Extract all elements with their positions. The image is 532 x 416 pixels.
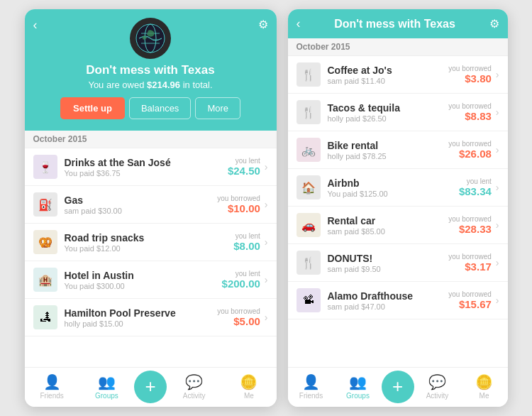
expense-icon: 🍷 [33, 155, 57, 179]
expense-sub: holly paid $26.50 [328, 114, 449, 123]
nav-icon: 👤 [43, 373, 61, 390]
expense-icon: ⛽ [33, 192, 57, 217]
expense-item[interactable]: 📽 Alamo Drafthouse sam paid $47.00 you b… [288, 282, 508, 319]
add-expense-button[interactable]: + [382, 371, 414, 403]
add-expense-button[interactable]: + [134, 371, 167, 403]
amount-label: you lent [459, 177, 492, 185]
chevron-right-icon: › [496, 144, 499, 155]
nav-item-activity[interactable]: 💬 Activity [167, 373, 221, 400]
expense-icon: 🏨 [33, 268, 57, 292]
bottom-nav-left: 👤 Friends 👥 Groups + 💬 Activity 🪙 Me [25, 367, 277, 407]
amount-value: $8.83 [448, 110, 492, 122]
amount-label: you lent [222, 270, 260, 278]
amount-label: you borrowed [448, 102, 492, 110]
nav-label: Friends [299, 392, 323, 400]
expense-item[interactable]: 🏨 Hotel in Austin You paid $300.00 you l… [25, 261, 277, 299]
nav-icon: 💬 [428, 373, 446, 390]
expense-details: DONUTS! sam paid $9.50 [328, 253, 449, 273]
expense-sub: You paid $300.00 [65, 282, 222, 290]
expense-sub: sam paid $85.00 [328, 227, 449, 236]
expense-icon: 🚲 [297, 138, 321, 162]
nav-item-groups[interactable]: 👥 Groups [79, 373, 134, 400]
amount-label: you borrowed [448, 253, 492, 261]
settle-up-button[interactable]: Settle up [60, 97, 125, 119]
expense-details: Rental car sam paid $85.00 [328, 215, 449, 236]
expense-item[interactable]: 🏠 Airbnb You paid $125.00 you lent $83.3… [288, 169, 508, 207]
back-button[interactable]: ‹ [33, 18, 38, 33]
nav-icon: 👥 [349, 373, 367, 390]
expense-details: Tacos & tequila holly paid $26.50 [328, 102, 449, 123]
nav-icon: 👥 [98, 373, 116, 390]
amount-value: $8.00 [233, 240, 260, 252]
expense-amount: you borrowed $15.67 [448, 290, 492, 310]
expense-details: Road trip snacks You paid $12.00 [65, 232, 234, 253]
nav-icon: 💬 [185, 373, 203, 390]
nav-item-activity[interactable]: 💬 Activity [414, 373, 461, 400]
nav-label: Me [480, 392, 489, 400]
expense-icon: 📽 [297, 288, 321, 312]
amount-label: you borrowed [448, 140, 492, 148]
expense-amount: you lent $8.00 [233, 232, 260, 252]
nav-item-groups[interactable]: 👥 Groups [335, 373, 382, 400]
expense-name: Road trip snacks [65, 232, 234, 243]
amount-value: $26.08 [448, 148, 492, 160]
expense-icon: 🍴 [297, 251, 321, 275]
expense-item[interactable]: 🚲 Bike rental holly paid $78.25 you borr… [288, 131, 508, 169]
expense-sub: sam paid $47.00 [328, 302, 449, 311]
balances-button[interactable]: Balances [129, 97, 191, 119]
settings-icon[interactable]: ⚙ [258, 18, 268, 31]
nav-item-me[interactable]: 🪙 Me [221, 373, 276, 400]
expense-item[interactable]: 🥨 Road trip snacks You paid $12.00 you l… [25, 224, 277, 261]
nav-label: Groups [346, 392, 370, 400]
expense-sub: holly paid $78.25 [328, 152, 449, 160]
chevron-right-icon: › [265, 199, 268, 210]
group-avatar [130, 18, 171, 59]
amount-value: $200.00 [222, 278, 260, 290]
amount-label: you lent [228, 157, 260, 165]
expense-icon: 🏞 [33, 305, 57, 329]
expense-item[interactable]: ⛽ Gas sam paid $30.00 you borrowed $10.0… [25, 186, 277, 224]
amount-value: $28.33 [448, 223, 492, 235]
expense-amount: you borrowed $3.80 [448, 65, 492, 84]
nav-label: Activity [426, 392, 449, 400]
nav-label: Me [244, 392, 254, 400]
amount-value: $3.80 [448, 72, 492, 84]
nav-icon: 👤 [302, 373, 320, 390]
chevron-right-icon: › [496, 182, 499, 193]
expense-amount: you borrowed $10.00 [217, 195, 260, 214]
expense-icon: 🍴 [297, 100, 321, 124]
nav-item-me[interactable]: 🪙 Me [461, 373, 508, 400]
left-phone-card: ‹ ⚙ Don't mess with Texas You are owed $… [25, 9, 277, 407]
expense-item[interactable]: 🍷 Drinks at the San José You paid $36.75… [25, 148, 277, 186]
expense-name: Coffee at Jo's [328, 65, 449, 76]
expense-name: Airbnb [328, 177, 459, 189]
right-settings-icon[interactable]: ⚙ [489, 17, 499, 31]
expense-icon: 🚗 [297, 213, 321, 237]
expense-item[interactable]: 🍴 Coffee at Jo's sam paid $11.40 you bor… [288, 56, 508, 94]
nav-item-friends[interactable]: 👤 Friends [25, 373, 79, 400]
amount-label: you borrowed [217, 307, 260, 315]
amount-value: $83.34 [459, 185, 492, 197]
expense-name: Rental car [328, 215, 449, 226]
nav-label: Groups [95, 392, 118, 400]
expense-amount: you borrowed $5.00 [217, 307, 260, 327]
amount-label: you borrowed [217, 195, 260, 202]
more-button[interactable]: More [195, 97, 240, 119]
expense-details: Hamilton Pool Preserve holly paid $15.00 [65, 307, 218, 328]
nav-item-friends[interactable]: 👤 Friends [288, 373, 335, 400]
header-buttons: Settle up Balances More [60, 97, 240, 119]
expense-amount: you borrowed $28.33 [448, 215, 492, 235]
expense-icon: 🥨 [33, 230, 57, 254]
amount-label: you borrowed [448, 290, 492, 298]
expense-item[interactable]: 🚗 Rental car sam paid $85.00 you borrowe… [288, 207, 508, 244]
group-title: Don't mess with Texas [86, 63, 214, 77]
plus-icon: + [145, 376, 155, 398]
expense-details: Coffee at Jo's sam paid $11.40 [328, 65, 449, 85]
expense-sub: sam paid $9.50 [328, 265, 449, 273]
expense-item[interactable]: 🏞 Hamilton Pool Preserve holly paid $15.… [25, 299, 277, 336]
nav-label: Activity [183, 392, 206, 400]
expense-item[interactable]: 🍴 Tacos & tequila holly paid $26.50 you … [288, 94, 508, 131]
expense-item[interactable]: 🍴 DONUTS! sam paid $9.50 you borrowed $3… [288, 244, 508, 282]
expense-amount: you borrowed $26.08 [448, 140, 492, 160]
amount-label: you lent [233, 232, 260, 240]
